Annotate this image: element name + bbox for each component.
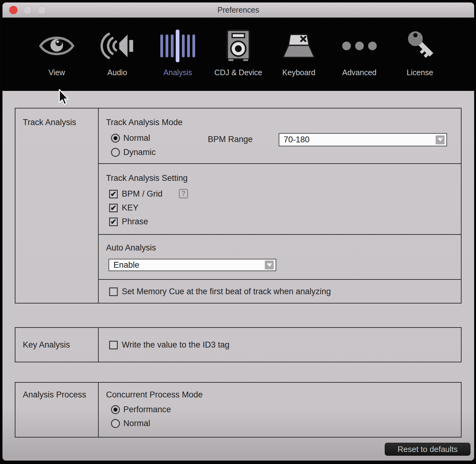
analysis-process-group: Analysis Process Concurrent Process Mode… <box>15 382 462 438</box>
close-button[interactable] <box>9 6 18 14</box>
radio-normal[interactable]: Normal <box>111 133 150 143</box>
checkbox-id3-tag[interactable]: Write the value to the ID3 tag <box>109 340 229 350</box>
toolbar-tab-audio[interactable]: Audio <box>90 28 144 91</box>
radio-dynamic-dot <box>111 148 120 157</box>
track-analysis-mode-section: Track Analysis Mode Normal Dynamic BPM R… <box>99 108 461 164</box>
toolbar-tab-cdj-device[interactable]: CDJ & Device <box>211 28 265 91</box>
checkbox-key-box: ✔ <box>109 204 118 212</box>
toolbar-tab-license[interactable]: License <box>393 28 447 91</box>
memory-cue-section: Set Memory Cue at the first beat of trac… <box>99 280 461 303</box>
checkbox-id3-tag-box <box>109 341 118 349</box>
radio-concurrent-normal-dot <box>111 419 120 428</box>
key-analysis-group-title: Key Analysis <box>15 328 99 362</box>
toolbar-tab-label: Advanced <box>342 68 376 77</box>
traffic-lights <box>9 6 46 14</box>
speaker-icon <box>98 28 137 64</box>
dropdown-arrow-icon[interactable] <box>265 261 274 270</box>
toolbar-tab-label: Analysis <box>163 68 192 77</box>
titlebar: Preferences <box>2 2 474 18</box>
preferences-dialog: Preferences View <box>2 2 474 461</box>
radio-dynamic[interactable]: Dynamic <box>111 148 156 157</box>
preferences-toolbar: View Audio <box>2 18 474 91</box>
checkbox-bpm-grid[interactable]: ✔ BPM / Grid <box>109 189 162 199</box>
eye-icon <box>39 28 75 64</box>
toolbar-tab-label: License <box>407 68 433 77</box>
radio-normal-dot <box>111 134 120 143</box>
toolbar-tab-advanced[interactable]: Advanced <box>332 28 387 91</box>
bpm-range-dropdown[interactable]: 70-180 <box>279 133 447 146</box>
checkbox-phrase-box: ✔ <box>109 218 118 226</box>
track-analysis-group: Track Analysis Track Analysis Mode Norma… <box>15 108 462 303</box>
track-analysis-setting-section: Track Analysis Setting ✔ BPM / Grid ? ✔ … <box>99 165 461 235</box>
toolbar-tab-label: Keyboard <box>282 68 315 77</box>
keyboard-key-icon <box>281 28 317 64</box>
window-title: Preferences <box>218 6 259 14</box>
track-analysis-setting-heading: Track Analysis Setting <box>106 173 188 183</box>
ellipsis-icon <box>341 28 378 64</box>
checkbox-memory-cue[interactable]: Set Memory Cue at the first beat of trac… <box>109 287 331 296</box>
toolbar-tab-view[interactable]: View <box>30 28 84 91</box>
toolbar-tab-label: CDJ & Device <box>214 68 262 77</box>
minimize-button[interactable] <box>23 6 32 14</box>
radio-performance-dot <box>111 405 120 414</box>
mouse-cursor <box>58 89 70 106</box>
toolbar-tab-analysis[interactable]: Analysis <box>151 28 205 91</box>
zoom-button[interactable] <box>38 6 46 14</box>
toolbar-tab-label: Audio <box>107 68 127 77</box>
auto-analysis-heading: Auto Analysis <box>106 243 156 253</box>
track-analysis-group-title: Track Analysis <box>15 108 99 303</box>
checkbox-memory-cue-box <box>109 287 118 296</box>
toolbar-tab-keyboard[interactable]: Keyboard <box>272 28 326 91</box>
auto-analysis-section: Auto Analysis Enable <box>99 235 461 280</box>
checkbox-key[interactable]: ✔ KEY <box>109 203 138 213</box>
analysis-process-group-title: Analysis Process <box>15 383 99 437</box>
auto-analysis-value: Enable <box>113 260 139 270</box>
concurrent-process-heading: Concurrent Process Mode <box>106 390 203 400</box>
analysis-bars-icon <box>160 28 195 64</box>
help-icon[interactable]: ? <box>179 189 188 198</box>
bpm-range-value: 70-180 <box>284 135 310 144</box>
radio-concurrent-normal[interactable]: Normal <box>111 419 150 428</box>
radio-performance[interactable]: Performance <box>111 405 171 414</box>
track-analysis-mode-heading: Track Analysis Mode <box>106 118 183 127</box>
content-area: Track Analysis Track Analysis Mode Norma… <box>2 91 474 461</box>
dropdown-arrow-icon[interactable] <box>436 135 445 144</box>
cdj-player-icon <box>223 28 254 64</box>
checkbox-bpm-grid-box: ✔ <box>109 190 118 198</box>
auto-analysis-dropdown[interactable]: Enable <box>109 259 276 271</box>
key-analysis-group: Key Analysis Write the value to the ID3 … <box>15 327 462 362</box>
bpm-range-label: BPM Range <box>208 135 253 144</box>
reset-to-defaults-button[interactable]: Reset to defaults <box>385 443 470 456</box>
checkbox-phrase[interactable]: ✔ Phrase <box>109 217 148 226</box>
toolbar-tab-label: View <box>48 68 65 77</box>
key-icon <box>403 28 437 64</box>
